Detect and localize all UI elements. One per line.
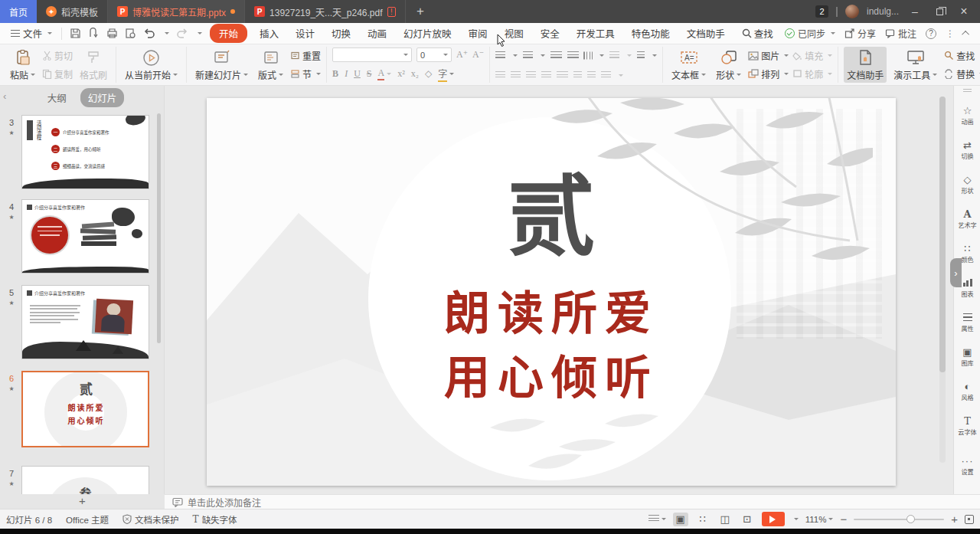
- view-presenter-button[interactable]: ⊡: [740, 513, 755, 526]
- columns-button[interactable]: [573, 71, 582, 80]
- zoom-out-button[interactable]: −: [840, 513, 847, 526]
- save-icon[interactable]: [70, 28, 81, 39]
- collapse-panel-icon[interactable]: ‹: [3, 90, 6, 102]
- clear-format-button[interactable]: ◇: [425, 68, 432, 80]
- numbering-button[interactable]: [523, 51, 533, 60]
- share-button[interactable]: 分享: [844, 27, 876, 40]
- sync-status[interactable]: 已同步: [785, 27, 835, 40]
- file-menu-button[interactable]: 文件: [6, 26, 57, 41]
- menu-tab-security[interactable]: 安全: [533, 26, 567, 41]
- justify-button[interactable]: [541, 71, 551, 80]
- distribute-button[interactable]: [557, 71, 568, 80]
- superscript-button[interactable]: x²: [397, 68, 405, 80]
- strikethrough-button[interactable]: S: [367, 68, 372, 80]
- highlight-button[interactable]: 字: [438, 67, 447, 82]
- zoom-level[interactable]: 111%: [805, 515, 834, 524]
- paste-button[interactable]: 粘贴: [7, 47, 38, 83]
- arrange-button[interactable]: 排列: [748, 67, 789, 80]
- section-button[interactable]: 节: [290, 67, 321, 80]
- minimize-button[interactable]: –: [906, 5, 923, 18]
- scrollbar-thumb[interactable]: [939, 97, 946, 372]
- thumbnail-slide-5[interactable]: 介绍分享喜爱作家和著作: [21, 285, 149, 359]
- sidebar-item-wordart[interactable]: A艺术字: [954, 209, 980, 230]
- tab-presentation-active[interactable]: P 博雅悦读汇第五期.pptx: [108, 0, 245, 23]
- view-sorter-button[interactable]: ∷: [695, 513, 710, 526]
- reset-button[interactable]: 重置: [290, 49, 321, 62]
- menu-tab-review[interactable]: 审阅: [461, 26, 495, 41]
- protection-status[interactable]: 文档未保护: [122, 513, 179, 526]
- qat-more-icon[interactable]: [198, 32, 202, 37]
- thumbnail-slide-4[interactable]: 介绍分享喜爱作家和著作: [21, 199, 149, 274]
- expand-pane-button[interactable]: ›: [950, 258, 962, 287]
- paragraph-more-button[interactable]: [601, 71, 611, 80]
- panel-scrollbar[interactable]: [157, 113, 161, 343]
- play-from-current-button[interactable]: 从当前开始: [122, 47, 181, 83]
- align-right-button[interactable]: [526, 71, 536, 80]
- view-reading-button[interactable]: ◫: [717, 513, 733, 526]
- slide-section-number[interactable]: 贰: [207, 169, 896, 266]
- slide-title-line1[interactable]: 朗读所爱: [207, 276, 896, 342]
- redo-icon[interactable]: [176, 28, 188, 39]
- present-tools-button[interactable]: 演示工具: [890, 47, 940, 83]
- zoom-in-button[interactable]: +: [951, 513, 958, 526]
- user-name[interactable]: indulg...: [867, 6, 899, 17]
- sidebar-item-animation[interactable]: ☆动画: [954, 106, 980, 126]
- shape-button[interactable]: 形状: [713, 47, 744, 83]
- italic-button[interactable]: I: [345, 68, 348, 80]
- replace-button[interactable]: 替换: [944, 67, 980, 80]
- find-menu-button[interactable]: 查找: [734, 26, 781, 41]
- line-spacing-button[interactable]: [637, 51, 645, 60]
- sidebar-item-settings[interactable]: ···设置: [954, 456, 980, 477]
- thumbnail-slide-3[interactable]: 活动流程 一介绍分享喜爱作家和著作 二朗读所爱，用心倾听 三细细品读，交流读后感: [21, 115, 149, 189]
- theme-indicator[interactable]: Office 主题: [66, 513, 109, 526]
- slide-position-indicator[interactable]: 幻灯片 6 / 8: [6, 513, 52, 526]
- comment-button[interactable]: 批注: [885, 27, 916, 40]
- align-text-button[interactable]: [609, 51, 619, 60]
- menu-tab-transition[interactable]: 切换: [324, 26, 358, 41]
- canvas-scrollbar[interactable]: [939, 97, 946, 463]
- menu-tab-animation[interactable]: 动画: [360, 26, 394, 41]
- restore-button[interactable]: [931, 5, 948, 18]
- slideshow-play-button[interactable]: [762, 512, 785, 526]
- thumbnail-slide-7[interactable]: 叁: [21, 466, 149, 494]
- sidebar-item-gallery[interactable]: ▣图库: [954, 347, 980, 368]
- menu-tab-insert[interactable]: 插入: [252, 26, 286, 41]
- doc-assistant-button[interactable]: 文档助手: [844, 47, 887, 83]
- outline-button[interactable]: 轮廓: [792, 67, 832, 80]
- find-button[interactable]: 查找: [944, 49, 980, 62]
- cut-button[interactable]: 剪切: [42, 49, 73, 62]
- text-direction-button[interactable]: [583, 51, 593, 59]
- underline-button[interactable]: U: [354, 68, 361, 80]
- menu-tab-slideshow[interactable]: 幻灯片放映: [396, 26, 459, 41]
- align-left-button[interactable]: [495, 71, 505, 80]
- output-icon[interactable]: [88, 28, 100, 39]
- fit-slide-button[interactable]: [965, 515, 974, 524]
- task-count-badge[interactable]: 2: [815, 5, 828, 18]
- menu-tab-design[interactable]: 设计: [288, 26, 322, 41]
- print-preview-icon[interactable]: [125, 28, 136, 39]
- sidebar-item-transition[interactable]: ⇄切换: [954, 140, 980, 161]
- layout-button[interactable]: 版式: [255, 47, 286, 83]
- sidebar-item-properties[interactable]: 属性: [954, 313, 980, 333]
- picture-button[interactable]: 图片: [748, 49, 789, 62]
- slide-title-line2[interactable]: 用心倾听: [207, 340, 896, 407]
- add-slide-button[interactable]: +: [0, 494, 165, 509]
- notes-toggle-button[interactable]: [648, 515, 666, 523]
- tab-docer-templates[interactable]: ✦ 稻壳模板: [37, 0, 108, 23]
- zoom-slider[interactable]: [854, 519, 944, 520]
- increase-font-button[interactable]: A⁺: [456, 49, 468, 61]
- thumbnail-slide-6-selected[interactable]: 贰 朗读所爱 用心倾听: [21, 371, 149, 447]
- undo-dropdown-icon[interactable]: [165, 32, 169, 37]
- menu-tab-devtools[interactable]: 开发工具: [569, 26, 622, 41]
- bold-button[interactable]: B: [332, 68, 338, 80]
- copy-button[interactable]: 复制: [42, 67, 73, 80]
- close-button[interactable]: ×: [956, 5, 972, 18]
- collapse-ribbon-button[interactable]: [962, 31, 969, 38]
- missing-fonts-status[interactable]: T 缺失字体: [193, 513, 237, 526]
- sidebar-item-cloudfont[interactable]: T云字体: [954, 416, 980, 437]
- menu-tab-features[interactable]: 特色功能: [624, 26, 678, 41]
- decrease-font-button[interactable]: A⁻: [472, 49, 484, 61]
- tab-pdf-document[interactable]: P 13927219_天...天_p246.pdf !: [245, 0, 406, 23]
- new-slide-button[interactable]: 新建幻灯片: [192, 47, 251, 83]
- smartart-button[interactable]: [587, 71, 596, 80]
